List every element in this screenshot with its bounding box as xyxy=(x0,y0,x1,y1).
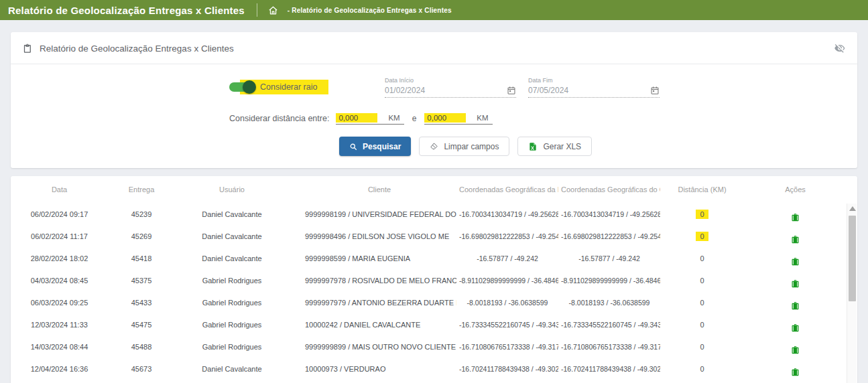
col-header-usuario: Usuário xyxy=(175,176,289,203)
cell-coord-entrega: -8.0018193 / -36.0638599 xyxy=(456,291,558,313)
cell-usuario: Daniel Cavalcante xyxy=(175,203,289,225)
cell-entrega: 45517 xyxy=(108,380,175,383)
briefcase-icon xyxy=(790,301,800,311)
cell-data: 12/03/2024 11:33 xyxy=(11,313,108,335)
filter-row-distance: Considerar distância entre: KM e KM xyxy=(11,111,857,126)
cell-cliente: 9999998599 / MARIA EUGENIA xyxy=(289,247,456,269)
considerar-raio-group: Considerar raio xyxy=(229,79,328,95)
cell-acoes xyxy=(744,313,847,335)
cell-acoes xyxy=(744,380,847,383)
date-end-field[interactable]: Data Fim 07/05/2024 xyxy=(528,77,660,98)
date-start-field[interactable]: Data Início 01/02/2024 xyxy=(385,77,516,98)
briefcase-action-button[interactable] xyxy=(790,323,800,333)
col-header-distancia: Distância (KM) xyxy=(660,176,744,203)
cell-coord-cliente: -16.702411788439438 / -49.302181 xyxy=(558,358,660,380)
cell-acoes xyxy=(744,291,847,313)
scrollbar-thumb[interactable] xyxy=(849,216,856,301)
briefcase-icon xyxy=(790,212,800,222)
table-row: 04/03/2024 08:45 45375 Gabriel Rodrigues… xyxy=(11,269,847,291)
briefcase-action-button[interactable] xyxy=(790,256,800,266)
home-icon[interactable] xyxy=(268,5,278,15)
clear-fields-button[interactable]: Limpar campos xyxy=(419,137,509,156)
cell-acoes xyxy=(744,225,847,247)
cell-entrega: 45673 xyxy=(108,358,175,380)
date-end-value: 07/05/2024 xyxy=(528,86,650,95)
cell-coord-entrega: -16.702411788439438 / -49.30218 xyxy=(456,358,558,380)
app-title: Relatório de Geolocalização Entregas x C… xyxy=(8,5,245,16)
table-header-row: Data Entrega Usuário Cliente Coordenadas… xyxy=(11,176,847,203)
cell-data: 06/02/2024 09:17 xyxy=(11,203,108,225)
cell-distancia: 0 xyxy=(660,269,744,291)
cell-usuario: Gabriel Rodrigues xyxy=(175,380,289,383)
briefcase-icon xyxy=(790,323,800,333)
cell-usuario: Daniel Cavalcante xyxy=(175,247,289,269)
cell-coord-entrega: -16.7003413034719 / -49.256287 xyxy=(456,203,558,225)
distance-min-unit: KM xyxy=(388,114,399,122)
filter-row-toggle-dates: Considerar raio Data Início 01/02/2024 D… xyxy=(11,75,857,99)
col-header-data: Data xyxy=(11,176,108,203)
date-start-value: 01/02/2024 xyxy=(385,86,507,95)
filter-card-header: Relatório de Geolocalização Entregas x C… xyxy=(11,32,857,64)
considerar-raio-toggle[interactable] xyxy=(229,82,255,92)
cell-entrega: 45488 xyxy=(108,335,175,358)
distance-min-field: KM xyxy=(336,113,404,125)
col-header-entrega: Entrega xyxy=(108,176,175,203)
filter-card: Relatório de Geolocalização Entregas x C… xyxy=(11,32,857,168)
cell-coord-cliente: -16.7003413034719 / -49.2562877 xyxy=(558,203,660,225)
topbar-divider xyxy=(257,3,257,17)
distance-min-input[interactable] xyxy=(336,113,377,123)
col-header-acoes: Ações xyxy=(744,176,847,203)
cell-entrega: 45418 xyxy=(108,247,175,269)
cell-entrega: 45433 xyxy=(108,291,175,313)
cell-acoes xyxy=(744,203,847,225)
briefcase-action-button[interactable] xyxy=(790,367,800,377)
distance-connector: e xyxy=(412,114,417,123)
briefcase-action-button[interactable] xyxy=(790,279,800,289)
col-header-coord-entrega: Coordenadas Geográficas da Entreg xyxy=(456,176,558,203)
filter-form: Considerar raio Data Início 01/02/2024 D… xyxy=(11,64,857,168)
table-body: 06/02/2024 09:17 45239 Daniel Cavalcante… xyxy=(11,203,847,383)
cell-coord-entrega: -20.333899 / -40.378343 xyxy=(456,380,558,383)
briefcase-action-button[interactable] xyxy=(790,234,800,244)
calendar-icon[interactable] xyxy=(507,86,516,95)
distance-label: Considerar distância entre: xyxy=(229,114,329,123)
table-scrollbar[interactable] xyxy=(847,204,857,383)
distance-max-input[interactable] xyxy=(424,113,466,123)
cell-coord-cliente: -16.733345522160745 / -49.34347 xyxy=(558,313,660,335)
briefcase-action-button[interactable] xyxy=(790,212,800,222)
table-row: 12/03/2024 11:33 45475 Gabriel Rodrigues… xyxy=(11,313,847,335)
cell-coord-entrega: -16.710806765173338 / -49.31778 xyxy=(456,335,558,358)
cell-cliente: 9999997979 / ANTONIO BEZERRA DUARTE NETO xyxy=(289,291,456,313)
briefcase-action-button[interactable] xyxy=(790,301,800,311)
cell-data: 04/03/2024 08:45 xyxy=(11,269,108,291)
visibility-off-icon[interactable] xyxy=(833,42,847,55)
cell-usuario: Daniel Cavalcante xyxy=(175,358,289,380)
cell-cliente: 10000973 / VERDURAO xyxy=(289,358,456,380)
cell-distancia: 0 xyxy=(660,313,744,335)
calendar-icon[interactable] xyxy=(650,86,660,95)
briefcase-icon xyxy=(790,234,800,244)
cell-data: 14/03/2024 08:44 xyxy=(11,335,108,358)
cell-acoes xyxy=(744,269,847,291)
generate-xls-button[interactable]: Gerar XLS xyxy=(517,137,592,156)
cell-data: 06/02/2024 11:17 xyxy=(11,225,108,247)
excel-file-icon xyxy=(528,142,538,151)
cell-cliente: 10000242 / DANIEL CAVALCANTE xyxy=(289,313,456,335)
toggle-knob xyxy=(243,80,256,94)
filter-card-title: Relatório de Geolocalização Entregas x C… xyxy=(40,44,234,54)
search-button[interactable]: Pesquisar xyxy=(339,137,411,156)
cell-usuario: Daniel Cavalcante xyxy=(175,225,289,247)
scroll-up-arrow-icon[interactable] xyxy=(849,206,856,211)
date-start-label: Data Início xyxy=(385,77,516,84)
cell-coord-entrega: -16.698029812222853 / -49.2549 xyxy=(456,225,558,247)
cell-data: 28/02/2024 18:02 xyxy=(11,247,108,269)
table-row: 15/04/2024 10:06 45517 Gabriel Rodrigues… xyxy=(11,380,847,383)
cell-coord-cliente: -8.0018193 / -36.0638599 xyxy=(558,291,660,313)
cell-coord-cliente: -16.57877 / -49.242 xyxy=(558,247,660,269)
considerar-raio-label: Considerar raio xyxy=(260,82,317,92)
table-row: 12/04/2024 16:36 45673 Daniel Cavalcante… xyxy=(11,358,847,380)
briefcase-action-button[interactable] xyxy=(790,345,800,355)
cell-coord-cliente: -16.698029812222853 / -49.25490 xyxy=(558,225,660,247)
cell-acoes xyxy=(744,358,847,380)
filter-row-buttons: Pesquisar Limpar campos xyxy=(11,137,857,156)
